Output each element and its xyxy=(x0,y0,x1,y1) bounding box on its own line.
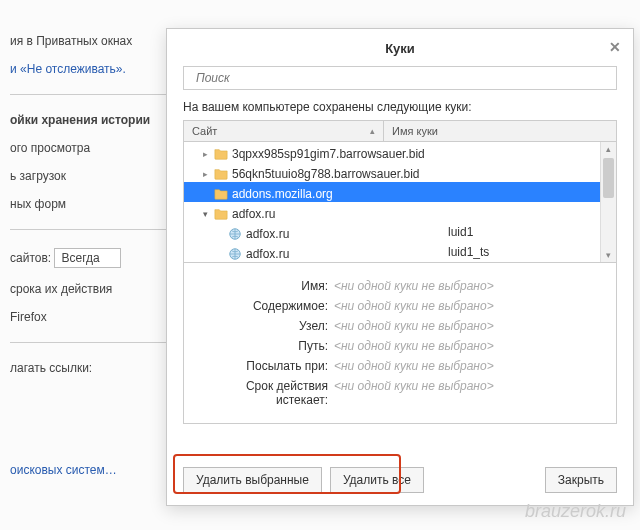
scroll-up-icon[interactable]: ▴ xyxy=(601,142,616,156)
dialog-title: Куки ✕ xyxy=(167,29,633,66)
detail-value: <ни одной куки не выбрано> xyxy=(334,359,602,373)
row-site-label: adfox.ru xyxy=(246,227,289,241)
do-not-track-link[interactable]: и «Не отслеживать». xyxy=(10,62,126,76)
detail-label-host: Узел: xyxy=(198,319,334,333)
detail-label-send: Посылать при: xyxy=(198,359,334,373)
detail-value: <ни одной куки не выбрано> xyxy=(334,339,602,353)
close-button[interactable]: Закрыть xyxy=(545,467,617,493)
row-cookie-name: luid1_ts xyxy=(444,245,616,259)
scroll-thumb[interactable] xyxy=(603,158,614,198)
bg-sites-label: сайтов: xyxy=(10,251,51,265)
search-engines-link[interactable]: оисковых систем… xyxy=(10,463,117,477)
folder-icon xyxy=(214,207,228,221)
scroll-down-icon[interactable]: ▾ xyxy=(601,248,616,262)
column-site[interactable]: Сайт ▴ xyxy=(184,121,384,141)
search-input[interactable] xyxy=(196,71,610,85)
scrollbar[interactable]: ▴ ▾ xyxy=(600,142,616,262)
detail-value: <ни одной куки не выбрано> xyxy=(334,319,602,333)
row-site-label: 56qkn5tuuio8g788.barrowsauer.bid xyxy=(232,167,419,181)
close-icon[interactable]: ✕ xyxy=(607,39,623,55)
dialog-footer: Удалить выбранные Удалить все Закрыть xyxy=(167,457,633,505)
detail-label-content: Содержимое: xyxy=(198,299,334,313)
row-site-label: adfox.ru xyxy=(246,247,289,261)
remove-selected-button[interactable]: Удалить выбранные xyxy=(183,467,322,493)
table-header: Сайт ▴ Имя куки xyxy=(184,121,616,142)
cookie-details: Имя:<ни одной куки не выбрано> Содержимо… xyxy=(183,263,617,424)
remove-all-button[interactable]: Удалить все xyxy=(330,467,424,493)
detail-label-name: Имя: xyxy=(198,279,334,293)
cookies-dialog: Куки ✕ На вашем компьютере сохранены сле… xyxy=(166,28,634,506)
detail-label-expires: Срок действия истекает: xyxy=(198,379,334,407)
table-row[interactable]: addons.mozilla.org xyxy=(184,182,616,202)
detail-value: <ни одной куки не выбрано> xyxy=(334,279,602,293)
watermark: brauzerok.ru xyxy=(525,501,626,522)
row-site-label: addons.mozilla.org xyxy=(232,187,333,201)
cookies-table: Сайт ▴ Имя куки ▸3qpxx985sp91gim7.barrow… xyxy=(183,120,617,263)
dialog-description: На вашем компьютере сохранены следующие … xyxy=(183,100,617,114)
row-site-label: adfox.ru xyxy=(232,207,275,221)
table-row[interactable]: adfox.ruluid1 xyxy=(184,222,616,242)
column-cookie-name[interactable]: Имя куки xyxy=(384,121,616,141)
folder-icon xyxy=(214,147,228,161)
expand-icon[interactable]: ▾ xyxy=(200,209,210,219)
row-cookie-name: luid1 xyxy=(444,225,616,239)
sites-dropdown[interactable]: Всегда xyxy=(54,248,120,268)
detail-value: <ни одной куки не выбрано> xyxy=(334,379,602,407)
expand-icon[interactable]: ▸ xyxy=(200,169,210,179)
globe-icon xyxy=(228,247,242,261)
search-input-wrap[interactable] xyxy=(183,66,617,90)
folder-icon xyxy=(214,187,228,201)
detail-label-path: Путь: xyxy=(198,339,334,353)
table-row[interactable]: ▸56qkn5tuuio8g788.barrowsauer.bid xyxy=(184,162,616,182)
row-site-label: 3qpxx985sp91gim7.barrowsauer.bid xyxy=(232,147,425,161)
expand-icon[interactable]: ▸ xyxy=(200,149,210,159)
dialog-title-text: Куки xyxy=(385,41,415,56)
sort-indicator-icon: ▴ xyxy=(370,126,375,136)
table-row[interactable]: adfox.ruluid1_ts xyxy=(184,242,616,262)
table-body: ▸3qpxx985sp91gim7.barrowsauer.bid▸56qkn5… xyxy=(184,142,616,262)
table-row[interactable]: ▾adfox.ru xyxy=(184,202,616,222)
table-row[interactable]: ▸3qpxx985sp91gim7.barrowsauer.bid xyxy=(184,142,616,162)
globe-icon xyxy=(228,227,242,241)
folder-icon xyxy=(214,167,228,181)
detail-value: <ни одной куки не выбрано> xyxy=(334,299,602,313)
